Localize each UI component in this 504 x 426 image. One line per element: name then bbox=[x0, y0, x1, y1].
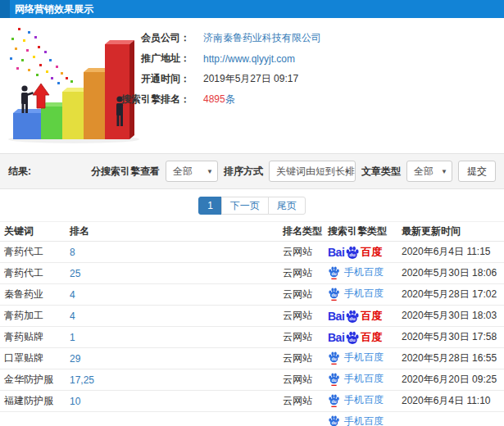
svg-text:du: du bbox=[331, 356, 336, 360]
rank-link[interactable]: 4 bbox=[70, 289, 75, 301]
chevron-down-icon: ▼ bbox=[344, 161, 351, 182]
rank-cell bbox=[66, 412, 279, 426]
engine-select[interactable]: 全部 ▼ bbox=[166, 161, 218, 182]
mobile-baidu-label: 手机百度 bbox=[344, 287, 384, 301]
rank-count-row: 搜索引擎排名： 4895条 bbox=[74, 89, 321, 110]
baidu-paw-icon: du bbox=[345, 309, 360, 324]
open-time-label: 开通时间： bbox=[74, 72, 190, 86]
baidu-logo-text: Bai bbox=[328, 246, 344, 259]
update-time-cell: 2020年5月30日 18:06 bbox=[397, 263, 504, 284]
keyword-cell: 膏药代工 bbox=[0, 263, 66, 284]
header-rank: 排名 bbox=[66, 222, 279, 242]
engine-type-cell: du 手机百度 bbox=[324, 369, 397, 391]
header-rank-type: 排名类型 bbox=[279, 222, 324, 242]
member-company-link[interactable]: 济南秦鲁药业科技有限公司 bbox=[203, 31, 321, 45]
baidu-logo: Bai du 百度 bbox=[328, 330, 382, 345]
mobile-baidu-label: 手机百度 bbox=[344, 351, 384, 365]
rank-link[interactable]: 1 bbox=[70, 332, 75, 343]
mobile-baidu-paw-icon: du bbox=[328, 265, 340, 279]
next-page-button[interactable]: 下一页 bbox=[221, 197, 269, 215]
page: { "header": { "title": "网络营销效果展示" }, "in… bbox=[0, 0, 504, 426]
rank-count-value: 4895条 bbox=[203, 93, 235, 106]
baidu-logo-cn-text: 百度 bbox=[361, 309, 382, 324]
mobile-baidu-logo: du 手机百度 bbox=[328, 372, 384, 386]
last-page-button[interactable]: 尾页 bbox=[268, 197, 306, 215]
rank-type-cell bbox=[279, 412, 324, 426]
mobile-baidu-logo: du 手机百度 bbox=[328, 287, 384, 301]
keyword-cell: 膏药代工 bbox=[0, 242, 66, 263]
member-company-row: 会员公司： 济南秦鲁药业科技有限公司 bbox=[74, 28, 321, 48]
table-row: 膏药加工 4 云网站 Bai du 百度 2020年5月30日 18:03 bbox=[0, 306, 504, 327]
baidu-logo: Bai du 百度 bbox=[328, 245, 382, 260]
engine-type-cell: du 手机百度 bbox=[324, 284, 397, 306]
update-time-cell: 2020年6月4日 11:15 bbox=[397, 242, 504, 263]
submit-button[interactable]: 提交 bbox=[458, 161, 496, 182]
update-time-cell: 2020年5月28日 16:55 bbox=[397, 348, 504, 369]
table-row: 福建防护服 10 云网站 du 手机百度 2020年6月4日 11:10 bbox=[0, 391, 504, 412]
keyword-cell: 秦鲁药业 bbox=[0, 284, 66, 306]
info-section: 会员公司： 济南秦鲁药业科技有限公司 推广地址： http://www.qlyy… bbox=[0, 18, 504, 153]
rank-link[interactable]: 29 bbox=[70, 353, 80, 365]
pagination-wrap: 1 下一页 尾页 bbox=[0, 189, 504, 221]
filter-controls: 分搜索引擎查看 全部 ▼ 排序方式 关键词由短到长排序 ▼ 文章类型 全部 ▼ … bbox=[91, 161, 496, 182]
rank-count-number: 4895 bbox=[203, 93, 225, 105]
rank-type-cell: 云网站 bbox=[279, 348, 324, 369]
table-row: 膏药代工 8 云网站 Bai du 百度 2020年6月4日 11:15 bbox=[0, 242, 504, 263]
confetti-dots-icon bbox=[10, 28, 73, 84]
rank-count-suffix: 条 bbox=[225, 93, 235, 105]
update-time-cell bbox=[397, 412, 504, 426]
engine-select-value: 全部 bbox=[173, 165, 193, 177]
rank-type-cell: 云网站 bbox=[279, 391, 324, 412]
svg-text:du: du bbox=[331, 398, 336, 403]
mobile-baidu-logo: du 手机百度 bbox=[328, 265, 384, 279]
rank-cell: 1 bbox=[66, 327, 279, 348]
baidu-logo: Bai du 百度 bbox=[328, 309, 382, 324]
baidu-logo-text: Bai bbox=[328, 331, 344, 344]
open-time-value: 2019年5月27日 09:17 bbox=[203, 72, 298, 86]
rank-link[interactable]: 4 bbox=[70, 310, 75, 322]
results-table-body: 膏药代工 8 云网站 Bai du 百度 2020年6月4日 11:15 膏药代… bbox=[0, 242, 504, 426]
mobile-baidu-label: 手机百度 bbox=[344, 393, 384, 407]
table-row: du 手机百度 bbox=[0, 412, 504, 426]
rank-cell: 10 bbox=[66, 391, 279, 412]
mobile-baidu-paw-icon: du bbox=[328, 393, 340, 407]
page-1-button[interactable]: 1 bbox=[198, 197, 222, 215]
sort-select[interactable]: 关键词由短到长排序 ▼ bbox=[269, 161, 356, 182]
svg-text:du: du bbox=[331, 292, 336, 297]
page-header: 网络营销效果展示 bbox=[0, 0, 504, 18]
engine-type-cell: Bai du 百度 bbox=[324, 306, 397, 327]
update-time-cell: 2020年5月30日 17:58 bbox=[397, 327, 504, 348]
rank-link[interactable]: 25 bbox=[70, 268, 80, 279]
results-table-head: 关键词 排名 排名类型 搜索引擎类型 最新更新时间 bbox=[0, 222, 504, 242]
rank-cell: 25 bbox=[66, 263, 279, 284]
svg-text:du: du bbox=[350, 337, 356, 342]
header-engine-type: 搜索引擎类型 bbox=[324, 222, 397, 242]
header-keyword: 关键词 bbox=[0, 222, 66, 242]
result-label: 结果: bbox=[8, 165, 31, 179]
header-accent-bar bbox=[0, 0, 10, 18]
promo-url-link[interactable]: http://www.qlyyjt.com bbox=[203, 53, 295, 65]
svg-text:du: du bbox=[331, 377, 336, 382]
rank-type-cell: 云网站 bbox=[279, 284, 324, 306]
rank-type-cell: 云网站 bbox=[279, 263, 324, 284]
rank-link[interactable]: 8 bbox=[70, 247, 75, 258]
baidu-paw-icon: du bbox=[345, 245, 360, 260]
keyword-cell: 膏药贴牌 bbox=[0, 327, 66, 348]
engine-type-cell: Bai du 百度 bbox=[324, 327, 397, 348]
mobile-baidu-label: 手机百度 bbox=[344, 372, 384, 386]
update-time-cell: 2020年6月20日 09:25 bbox=[397, 369, 504, 391]
keyword-cell: 膏药加工 bbox=[0, 306, 66, 327]
article-type-select[interactable]: 全部 ▼ bbox=[406, 161, 452, 182]
keyword-cell: 福建防护服 bbox=[0, 391, 66, 412]
svg-text:du: du bbox=[331, 419, 336, 424]
rank-link[interactable]: 10 bbox=[70, 396, 80, 407]
promo-url-row: 推广地址： http://www.qlyyjt.com bbox=[74, 48, 321, 69]
filter-bar: 结果: 分搜索引擎查看 全部 ▼ 排序方式 关键词由短到长排序 ▼ 文章类型 全… bbox=[0, 153, 504, 189]
member-info-fields: 会员公司： 济南秦鲁药业科技有限公司 推广地址： http://www.qlyy… bbox=[74, 28, 321, 110]
baidu-paw-icon: du bbox=[345, 330, 360, 345]
mobile-baidu-paw-icon: du bbox=[328, 351, 340, 365]
rank-link[interactable]: 17,25 bbox=[70, 374, 94, 386]
rank-cell: 8 bbox=[66, 242, 279, 263]
rank-type-cell: 云网站 bbox=[279, 369, 324, 391]
rank-count-label: 搜索引擎排名： bbox=[74, 93, 190, 106]
